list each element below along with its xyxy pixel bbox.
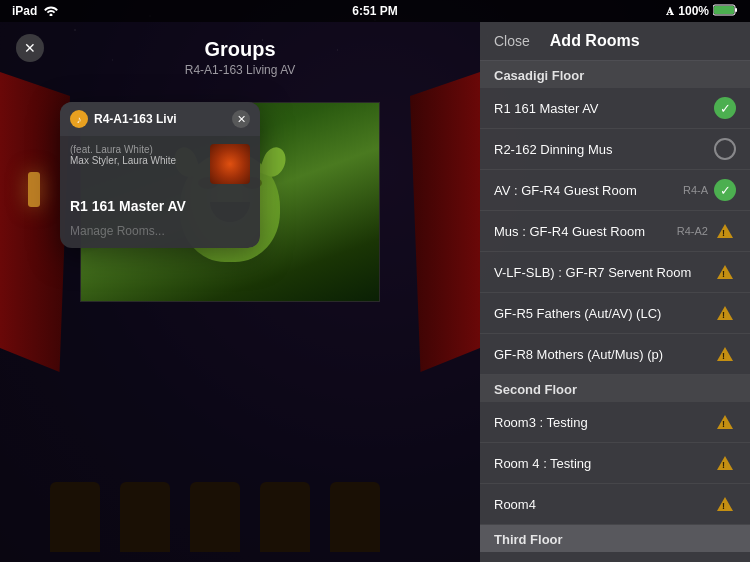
room-item[interactable]: Room4 xyxy=(480,484,750,525)
room-item-name: V-LF-SLB) : GF-R7 Servent Room xyxy=(494,265,714,280)
warning-icon xyxy=(714,493,736,515)
main-content: ✕ Groups R4-A1-163 Living AV ♪ R4-A1-163… xyxy=(0,22,750,562)
page-header: Groups R4-A1-163 Living AV xyxy=(185,38,296,77)
warning-icon xyxy=(714,411,736,433)
room-item[interactable]: Mus : GF-R4 Guest RoomR4-A2 xyxy=(480,211,750,252)
popup-manage-section[interactable]: Manage Rooms... xyxy=(60,218,260,248)
status-left: iPad xyxy=(12,4,59,19)
room-item-tag: R4-A xyxy=(683,184,708,196)
room-item[interactable]: GF-R8 Mothers (Aut/Mus) (p) xyxy=(480,334,750,375)
room-item-name: AV : GF-R4 Guest Room xyxy=(494,183,683,198)
popup-card-title: R4-A1-163 Livi xyxy=(94,112,226,126)
svg-rect-1 xyxy=(735,8,737,12)
close-link[interactable]: Close xyxy=(494,33,550,49)
warning-icon xyxy=(714,302,736,324)
room-item-name: GF-R8 Mothers (Aut/Mus) (p) xyxy=(494,347,714,362)
room-item-name: R1 161 Master AV xyxy=(494,101,714,116)
wifi-icon xyxy=(43,4,59,19)
popup-room-section: R1 161 Master AV xyxy=(60,192,260,218)
room-item[interactable]: Room3 : Testing xyxy=(480,402,750,443)
svg-rect-2 xyxy=(714,6,734,14)
room-item[interactable]: AV : GF-R4 Guest RoomR4-A✓ xyxy=(480,170,750,211)
check-filled-icon: ✓ xyxy=(714,179,736,201)
battery-icon xyxy=(713,4,738,19)
popup-artists: Max Styler, Laura White xyxy=(70,155,202,166)
popup-music-icon: ♪ xyxy=(70,110,88,128)
popup-close-button[interactable]: ✕ xyxy=(232,110,250,128)
popup-header: ♪ R4-A1-163 Livi ✕ xyxy=(60,102,260,136)
room-item-name: Room4 xyxy=(494,497,714,512)
page-subtitle: R4-A1-163 Living AV xyxy=(185,63,296,77)
floor-header: Second Floor xyxy=(480,375,750,402)
room-item-name: Room3 : Testing xyxy=(494,415,714,430)
room-item[interactable]: Room 4 : Testing xyxy=(480,443,750,484)
room-item[interactable]: V-LF-SLB) : GF-R7 Servent Room xyxy=(480,252,750,293)
room-item-name: R2-162 Dinning Mus xyxy=(494,142,714,157)
popup-card: ♪ R4-A1-163 Livi ✕ (feat. Laura White) M… xyxy=(60,102,260,248)
close-button[interactable]: ✕ xyxy=(16,34,44,62)
page-title: Groups xyxy=(185,38,296,61)
room-item[interactable]: GF-R5 Fathers (Aut/AV) (LC) xyxy=(480,293,750,334)
room-item-name: Mus : GF-R4 Guest Room xyxy=(494,224,677,239)
add-rooms-title: Add Rooms xyxy=(550,32,640,50)
warning-icon xyxy=(714,220,736,242)
status-bar: iPad 6:51 PM 𝐀 100% xyxy=(0,0,750,22)
status-time: 6:51 PM xyxy=(352,4,397,18)
popup-room-name: R1 161 Master AV xyxy=(70,198,250,214)
popup-track-info: (feat. Laura White) Max Styler, Laura Wh… xyxy=(70,144,202,166)
check-filled-icon: ✓ xyxy=(714,97,736,119)
room-item[interactable]: One : Hall xyxy=(480,552,750,562)
floor-header: Third Floor xyxy=(480,525,750,552)
battery-text: 100% xyxy=(678,4,709,18)
popup-manage-label[interactable]: Manage Rooms... xyxy=(70,224,250,238)
right-panel-header: Close Add Rooms xyxy=(480,22,750,61)
popup-body: (feat. Laura White) Max Styler, Laura Wh… xyxy=(60,136,260,192)
right-panel: Close Add Rooms Casadigi FloorR1 161 Mas… xyxy=(480,22,750,562)
popup-album-art xyxy=(210,144,250,184)
room-item-tag: R4-A2 xyxy=(677,225,708,237)
popup-feat-label: (feat. Laura White) xyxy=(70,144,202,155)
room-item[interactable]: R2-162 Dinning Mus xyxy=(480,129,750,170)
left-panel: ✕ Groups R4-A1-163 Living AV ♪ R4-A1-163… xyxy=(0,22,480,562)
floor-header: Casadigi Floor xyxy=(480,61,750,88)
check-empty-icon xyxy=(714,138,736,160)
bluetooth-icon: 𝐀 xyxy=(666,5,674,18)
warning-icon xyxy=(714,452,736,474)
status-right: 𝐀 100% xyxy=(666,4,738,19)
room-item-name: GF-R5 Fathers (Aut/AV) (LC) xyxy=(494,306,714,321)
rooms-list[interactable]: Casadigi FloorR1 161 Master AV✓R2-162 Di… xyxy=(480,61,750,562)
warning-icon xyxy=(714,343,736,365)
ipad-label: iPad xyxy=(12,4,37,18)
room-item-name: Room 4 : Testing xyxy=(494,456,714,471)
room-item[interactable]: R1 161 Master AV✓ xyxy=(480,88,750,129)
warning-icon xyxy=(714,261,736,283)
